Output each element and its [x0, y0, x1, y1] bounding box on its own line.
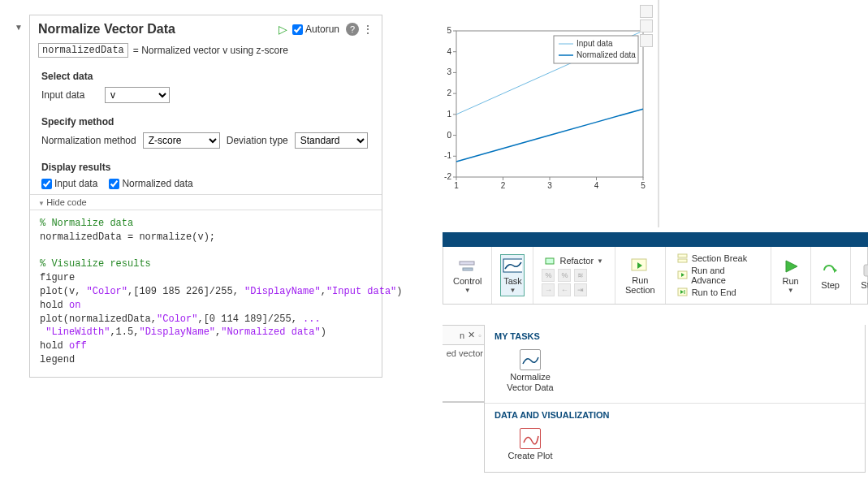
grp-run-section: Run Section	[615, 247, 666, 304]
stop-button[interactable]: Stop	[859, 259, 868, 292]
output-hide-icon[interactable]	[640, 34, 653, 47]
stop-icon	[861, 261, 868, 280]
svg-text:2: 2	[501, 181, 506, 190]
task-header: Normalize Vector Data ▷ Autorun ? ⋮	[30, 15, 382, 40]
control-button[interactable]: Control ▼	[451, 255, 483, 295]
refactor-icon	[545, 255, 556, 266]
kebab-menu-icon[interactable]: ⋮	[362, 23, 374, 36]
autorun-input[interactable]	[292, 24, 303, 35]
svg-text:-1: -1	[444, 151, 451, 160]
chart-output: -2-101234512345Input dataNormalized data	[430, 24, 650, 195]
normalize-task-icon	[520, 349, 541, 370]
ribbon-label: Run and Advance	[691, 266, 759, 285]
svg-rect-35	[546, 258, 554, 264]
run-and-advance-button[interactable]: Run and Advance	[674, 265, 762, 286]
section-select-data: Select data Input data v	[30, 66, 382, 111]
ribbon-label: Run to End	[692, 287, 736, 297]
ribbon-body: Control ▼ Task ▼ Refactor ▼ % % ≋ → ←	[443, 247, 868, 305]
section-break-icon	[677, 253, 689, 264]
chevron-down-icon: ▼	[464, 287, 471, 294]
indent-icon[interactable]: →	[542, 283, 555, 296]
svg-rect-33	[463, 268, 473, 270]
autorun-label: Autorun	[305, 24, 339, 35]
section-data-vis: DATA AND VISUALIZATION	[485, 404, 865, 423]
grp-control: Control ▼	[443, 247, 492, 304]
live-task-card: Normalize Vector Data ▷ Autorun ? ⋮ norm…	[29, 15, 382, 378]
section-break-button[interactable]: Section Break	[674, 252, 750, 265]
collapse-arrow-icon[interactable]: ▼	[15, 23, 23, 32]
svg-text:3: 3	[447, 67, 451, 76]
svg-text:4: 4	[594, 181, 599, 190]
comment-icon[interactable]: %	[542, 269, 555, 282]
ribbon-label: Run	[783, 276, 799, 286]
run-to-end-icon	[677, 287, 689, 298]
chevron-down-icon: ▼	[597, 257, 603, 265]
deviation-select[interactable]: Standard	[295, 132, 368, 149]
run-to-end-button[interactable]: Run to End	[674, 286, 740, 299]
output-variable-field[interactable]: normalizedData	[38, 43, 128, 58]
task-create-plot[interactable]: Create Plot	[498, 425, 563, 465]
svg-text:Normalized data: Normalized data	[577, 50, 636, 59]
toolstrip-ribbon: Control ▼ Task ▼ Refactor ▼ % % ≋ → ←	[443, 232, 868, 326]
deviation-label: Deviation type	[227, 135, 288, 146]
section-heading: Select data	[41, 71, 370, 82]
output-inline-icon[interactable]	[640, 5, 653, 18]
svg-text:3: 3	[547, 181, 552, 190]
ribbon-label: Run Section	[625, 275, 655, 295]
step-icon	[821, 261, 840, 280]
grp-refactor: Refactor ▼ % % ≋ → ← ⇥	[533, 247, 615, 304]
svg-text:4: 4	[447, 47, 451, 56]
control-icon	[458, 257, 477, 276]
run-task-icon[interactable]: ▷	[279, 23, 287, 36]
input-data-select[interactable]: v	[105, 87, 170, 103]
norm-method-select[interactable]: Z-score	[143, 132, 220, 149]
grp-step: Step	[811, 247, 851, 304]
chevron-down-icon: ▼	[788, 287, 794, 294]
grp-stop: Stop	[851, 247, 868, 304]
toggle-code-button[interactable]: Hide code	[30, 194, 382, 210]
play-icon	[781, 257, 801, 276]
svg-rect-32	[460, 261, 474, 265]
create-plot-icon	[520, 428, 541, 449]
grp-section-ops: Section Break Run and Advance Run to End	[666, 247, 771, 304]
svg-text:0: 0	[447, 131, 451, 140]
task-icon	[503, 257, 522, 276]
svg-text:-2: -2	[444, 172, 451, 181]
section-display-results: Display results Input data Normalized da…	[30, 157, 382, 194]
task-dropdown-pane: MY TASKS Normalize Vector Data DATA AND …	[484, 325, 866, 473]
wrap-icon[interactable]: ≋	[574, 269, 587, 282]
task-button[interactable]: Task ▼	[500, 254, 525, 296]
output-right-icon[interactable]	[640, 19, 653, 32]
cb-normalized-data-box[interactable]	[109, 179, 119, 189]
grp-run: Run ▼	[771, 247, 811, 304]
task-item-label: Normalize Vector Data	[501, 372, 559, 393]
cb-input-data[interactable]: Input data	[41, 178, 97, 189]
outdent-icon[interactable]: ←	[558, 283, 571, 296]
run-button[interactable]: Run ▼	[779, 255, 802, 295]
step-button[interactable]: Step	[819, 259, 842, 292]
smart-indent-icon[interactable]: ⇥	[574, 283, 587, 296]
edit-mini-icons: % % ≋ → ← ⇥	[542, 269, 589, 296]
refactor-button[interactable]: Refactor ▼	[542, 254, 607, 267]
ribbon-label: Step	[821, 280, 840, 290]
task-item-label: Create Plot	[507, 451, 552, 461]
norm-method-label: Normalization method	[41, 135, 136, 146]
help-icon[interactable]: ?	[346, 23, 359, 36]
cb-label: Input data	[54, 178, 97, 189]
autorun-checkbox[interactable]: Autorun	[292, 24, 339, 35]
uncomment-icon[interactable]: %	[558, 269, 571, 282]
svg-text:5: 5	[447, 26, 451, 35]
section-heading: Specify method	[41, 116, 370, 127]
task-normalize-vector[interactable]: Normalize Vector Data	[498, 346, 563, 396]
ribbon-tabstrip	[443, 232, 868, 247]
tab-stub[interactable]: n✕◦	[443, 326, 485, 345]
cb-input-data-box[interactable]	[41, 179, 52, 189]
pane-divider[interactable]	[658, 0, 659, 227]
svg-text:Input data: Input data	[577, 39, 613, 48]
svg-rect-38	[678, 259, 687, 262]
cb-normalized-data[interactable]: Normalized data	[109, 178, 192, 189]
output-pane-toolbar	[640, 5, 653, 47]
chevron-down-icon: ▼	[510, 287, 516, 294]
close-icon[interactable]: ✕	[468, 330, 475, 340]
run-section-button[interactable]: Run Section	[624, 254, 657, 296]
